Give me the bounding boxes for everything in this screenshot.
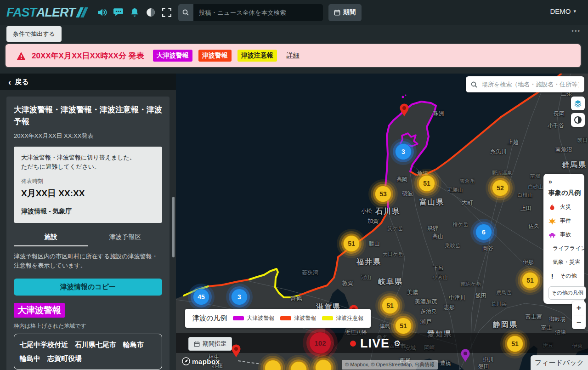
layers-button[interactable] — [571, 97, 585, 110]
fire-icon — [548, 204, 556, 211]
alert-detail-link[interactable]: 詳細 — [287, 51, 300, 60]
tsunami-legend-major: 大津波警報 — [233, 314, 274, 322]
map-contrast-button[interactable] — [571, 113, 585, 127]
logo-slash-icon — [77, 7, 89, 17]
map-cluster-marker[interactable]: 53 — [375, 186, 391, 202]
live-settings-gear-icon[interactable]: ⚙ — [394, 339, 401, 348]
legend-label: 火災 — [560, 203, 571, 211]
map-cluster-marker[interactable]: 6 — [475, 224, 492, 240]
header-icons — [96, 6, 173, 18]
search-icon[interactable] — [178, 4, 193, 21]
copy-tsunami-info-button[interactable]: 津波情報のコピー — [14, 279, 162, 296]
map-panel: 三条長岡小千谷上越南魚沼群馬県糸魚川朝日魚津珠洲高岡砺波富山県毛勝山雪倉岳野沢温… — [176, 74, 588, 370]
fastalert-logo[interactable]: FASTALERT — [6, 6, 89, 20]
sidebar: ‹ 戻る 大津波警報・津波警報・津波注意報・津波予報 20XX年XX月XX日 X… — [0, 74, 176, 370]
account-menu[interactable]: DEMO ▾ — [550, 7, 576, 15]
jma-link[interactable]: 津波情報 - 気象庁 — [21, 206, 72, 216]
map-pin[interactable] — [399, 103, 409, 117]
map-pin[interactable] — [460, 348, 470, 362]
map-cluster-marker[interactable]: 51 — [395, 318, 412, 334]
chevron-down-icon: ▾ — [573, 8, 576, 14]
swatch-advisory — [322, 316, 333, 320]
legend-label: 大津波警報 — [247, 314, 274, 322]
notice-time-value: X月XX日 XX:XX — [21, 187, 155, 200]
account-name: DEMO — [550, 7, 571, 15]
map-cluster-marker[interactable]: 3 — [395, 143, 412, 160]
mapbox-wordmark: mapbox — [192, 358, 220, 365]
live-indicator: LIVE ⚙ — [350, 336, 401, 351]
other-icon: ! — [548, 273, 556, 280]
map-pin[interactable] — [231, 344, 241, 358]
zoom-in-button[interactable]: + — [572, 301, 586, 315]
legend-item-incident: 事件 — [548, 217, 579, 225]
tsunami-legend: 津波の凡例 大津波警報 津波警報 津波注意報 — [185, 309, 371, 328]
tab-facilities[interactable]: 施設 — [14, 233, 88, 246]
zoom-control: + − — [572, 301, 586, 329]
badge-tsunami-advisory: 津波注意報 — [237, 50, 277, 62]
event-legend-panel: » 事象の凡例 火災 事件 事故 ライフライン 気象・災害 — [543, 174, 584, 304]
map-cluster-marker[interactable]: 51 — [418, 175, 435, 192]
mapbox-logo[interactable]: mapbox — [182, 357, 220, 365]
notice-box: 大津波警報・津波警報に切り替えました。 ただちに避難してください。 発表時刻 X… — [14, 147, 162, 223]
section-caption: 枠内は格上げされた地域です — [14, 322, 162, 330]
issued-time: 20XX年XX月XX日 XX:XX発表 — [14, 132, 162, 140]
map-cluster-marker[interactable] — [315, 359, 332, 370]
map-cluster-marker[interactable]: 51 — [382, 297, 398, 314]
top-header: FASTALERT — [0, 0, 588, 25]
map-attribution[interactable]: © Mapbox, © OpenStreetMap, 出典情報 — [342, 360, 438, 370]
notice-line2: ただちに避難してください。 — [21, 162, 155, 171]
map-cluster-marker[interactable]: 102 — [309, 332, 331, 354]
back-label: 戻る — [15, 78, 28, 86]
map-cluster-marker[interactable]: 3 — [231, 289, 248, 305]
tsunami-info-card: 大津波警報・津波警報・津波注意報・津波予報 20XX年XX月XX日 XX:XX発… — [6, 97, 170, 370]
live-label: LIVE — [360, 336, 390, 351]
alert-time: 20XX年X月XX日XX時XX分 発表 — [32, 51, 144, 61]
map-cluster-marker[interactable]: 51 — [507, 336, 523, 352]
chat-icon[interactable] — [113, 6, 124, 18]
swatch-major — [233, 316, 244, 320]
badge-tsunami-warning: 津波警報 — [198, 50, 232, 62]
legend-label: その他 — [560, 272, 577, 280]
feedback-button[interactable]: フィードバック — [531, 355, 588, 370]
chevron-left-icon: ‹ — [8, 78, 11, 86]
map-period-label: 期間指定 — [203, 340, 226, 348]
map-cluster-marker[interactable]: 45 — [193, 289, 209, 305]
sidebar-scrollbar[interactable] — [172, 197, 175, 257]
legend-label: 津波注意報 — [336, 314, 363, 322]
accident-icon — [548, 231, 556, 239]
map-cluster-marker[interactable] — [265, 360, 281, 370]
period-button[interactable]: 期間 — [328, 4, 362, 21]
notice-time-label: 発表時刻 — [21, 177, 155, 186]
global-search-input[interactable] — [193, 4, 323, 21]
notice-line1: 大津波警報・津波警報に切り替えました。 — [21, 153, 155, 162]
filter-extract-button[interactable]: 条件で抽出する — [6, 26, 62, 42]
map-search-input[interactable] — [481, 80, 580, 88]
zoom-out-button[interactable]: − — [572, 315, 586, 329]
more-options-icon[interactable]: ••• — [571, 28, 581, 34]
map-cluster-marker[interactable]: 52 — [492, 180, 509, 196]
bell-icon[interactable] — [129, 6, 141, 18]
live-dot-icon — [350, 341, 356, 347]
fullscreen-icon[interactable] — [161, 6, 173, 18]
map-cluster-marker[interactable]: 51 — [343, 235, 360, 252]
tsunami-alert-banner: 20XX年X月XX日XX時XX分 発表 大津波警報 津波警報 津波注意報 詳細 — [5, 43, 582, 68]
logo-text-fast: FAST — [6, 6, 36, 20]
app: FASTALERT — [0, 0, 588, 370]
section-region-list: 七尾中学校付近 石川県七尾市 輪島市 輪島中 志賀町役場 — [14, 334, 162, 370]
legend-label: 気象・災害 — [553, 258, 580, 266]
map-cluster-marker[interactable]: 51 — [522, 272, 538, 289]
legend-label: 事件 — [560, 217, 571, 225]
other-legend-button[interactable]: その他の凡例 — [548, 286, 586, 300]
card-title: 大津波警報・津波警報・津波注意報・津波予報 — [14, 104, 162, 127]
sound-icon[interactable] — [96, 6, 108, 18]
collapse-panel-icon[interactable]: » — [548, 178, 579, 185]
map-period-button[interactable]: 期間指定 — [188, 337, 232, 351]
tab-description: 津波予報区内の市区町村に所在する施設の津波警報・注意報を表示しています。 — [14, 252, 162, 270]
tabs: 施設 津波予報区 — [14, 233, 162, 246]
contrast-icon[interactable] — [145, 6, 157, 18]
tab-forecast-zones[interactable]: 津波予報区 — [88, 233, 163, 246]
back-button[interactable]: ‹ 戻る — [0, 74, 176, 90]
warning-triangle-icon — [17, 51, 26, 60]
legend-label: 事故 — [560, 231, 571, 239]
map-cluster-marker[interactable] — [290, 361, 307, 370]
